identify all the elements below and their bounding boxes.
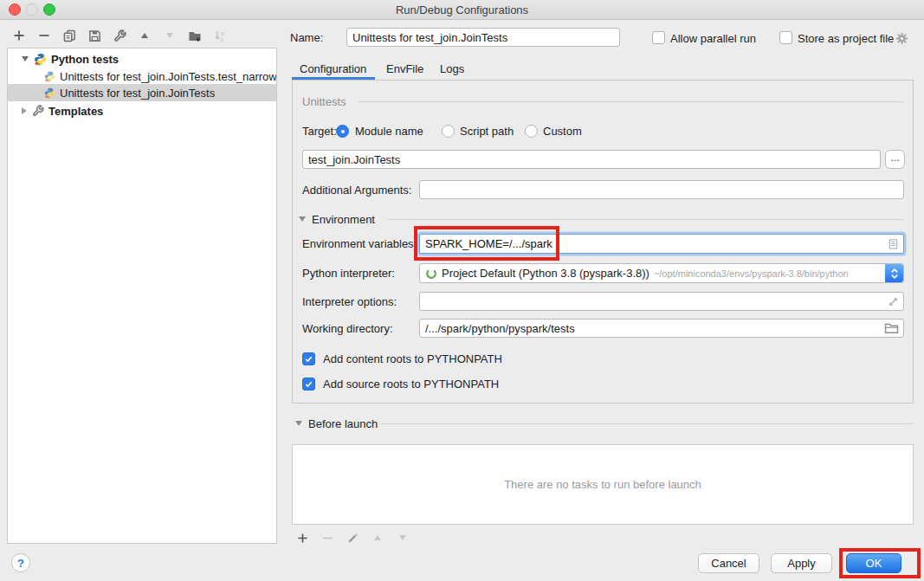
new-folder-icon[interactable] (188, 29, 202, 42)
interpreter-options-input[interactable] (419, 292, 904, 311)
move-task-up-icon (371, 531, 384, 545)
tree-item-python-tests[interactable]: Python tests (8, 50, 276, 68)
apply-button[interactable]: Apply (771, 553, 832, 573)
remove-task-icon (320, 531, 334, 545)
environment-section-label: Environment (312, 213, 375, 226)
store-as-project-file-label: Store as project file (798, 32, 894, 45)
cancel-button[interactable]: Cancel (698, 553, 759, 573)
working-directory-input[interactable] (419, 319, 904, 338)
add-configuration-icon[interactable] (12, 29, 26, 42)
tree-item-test-narrow[interactable]: Unittests for test_join.JoinTests.test_n… (8, 68, 276, 85)
move-up-icon[interactable] (138, 29, 152, 42)
minimize-window-button (26, 3, 38, 16)
python-tests-icon (34, 53, 47, 66)
tree-item-label: Python tests (51, 53, 119, 66)
help-button[interactable]: ? (11, 553, 30, 572)
collapse-icon[interactable] (22, 56, 29, 61)
remove-configuration-icon[interactable] (37, 29, 51, 42)
add-source-roots-checkbox[interactable] (302, 378, 315, 391)
tab-configuration[interactable]: Configuration (300, 62, 366, 75)
interpreter-options-label: Interpreter options: (302, 295, 397, 308)
tree-item-label: Templates (48, 105, 103, 118)
add-content-roots-checkbox[interactable] (302, 352, 315, 365)
browse-button[interactable]: ... (885, 150, 905, 169)
close-window-button[interactable] (9, 3, 21, 16)
target-label: Target: (302, 125, 337, 138)
before-launch-collapse-icon[interactable] (295, 421, 302, 426)
svg-text:z: z (221, 36, 223, 42)
edit-templates-icon[interactable] (113, 29, 126, 42)
environment-collapse-icon[interactable] (299, 216, 306, 222)
select-stepper-icon[interactable] (885, 264, 903, 282)
unittests-group-label: Unittests (302, 95, 346, 108)
tree-item-jointests-selected[interactable]: Unittests for test_join.JoinTests (8, 84, 276, 101)
templates-wrench-icon (32, 105, 44, 117)
expand-field-icon[interactable] (887, 295, 899, 307)
radio-script-path-label[interactable]: Script path (460, 125, 514, 138)
radio-custom[interactable] (525, 125, 538, 138)
gear-icon[interactable] (895, 31, 908, 45)
radio-module-name[interactable] (336, 125, 349, 138)
move-task-down-icon (396, 531, 410, 545)
radio-module-name-label[interactable]: Module name (355, 125, 423, 138)
name-input[interactable] (346, 28, 620, 47)
module-name-input[interactable] (302, 150, 881, 169)
ok-button[interactable]: OK (846, 553, 901, 573)
move-down-icon (163, 29, 177, 42)
before-launch-divider (381, 423, 913, 424)
save-configuration-icon[interactable] (87, 29, 101, 42)
allow-parallel-run-label: Allow parallel run (670, 32, 756, 45)
before-launch-toolbar (295, 530, 410, 545)
working-directory-label: Working directory: (302, 322, 393, 335)
tree-item-templates[interactable]: Templates (8, 102, 276, 119)
store-as-project-file-checkbox[interactable] (779, 31, 792, 44)
configurations-tree: Python tests Unittests for test_join.Joi… (7, 48, 277, 544)
configurations-toolbar: az (12, 27, 227, 44)
copy-configuration-icon[interactable] (62, 29, 76, 42)
interpreter-value: Project Default (Python 3.8 (pyspark-3.8… (442, 267, 649, 280)
zoom-window-button[interactable] (43, 3, 55, 16)
edit-task-icon (346, 531, 359, 545)
conda-interpreter-icon (425, 268, 437, 280)
name-label: Name: (290, 31, 323, 44)
environment-variables-input[interactable] (420, 237, 888, 250)
add-content-roots-label[interactable]: Add content roots to PYTHONPATH (323, 352, 502, 365)
env-list-icon[interactable] (888, 238, 899, 250)
expand-icon[interactable] (22, 107, 27, 114)
run-debug-configurations-dialog: Run/Debug Configurations az (0, 0, 924, 581)
allow-parallel-run-checkbox[interactable] (652, 31, 665, 44)
additional-arguments-label: Additional Arguments: (302, 184, 411, 197)
tree-item-label: Unittests for test_join.JoinTests.test_n… (60, 70, 277, 83)
title-bar: Run/Debug Configurations (0, 0, 924, 20)
python-test-icon (44, 71, 55, 82)
radio-script-path[interactable] (442, 125, 455, 138)
tab-logs[interactable]: Logs (440, 62, 464, 75)
folder-icon[interactable] (883, 322, 899, 334)
interpreter-path: ~/opt/miniconda3/envs/pyspark-3.8/bin/py… (654, 268, 849, 279)
radio-custom-label[interactable]: Custom (543, 125, 582, 138)
additional-arguments-input[interactable] (419, 180, 904, 199)
python-interpreter-label: Python interpreter: (302, 267, 395, 280)
environment-divider (387, 219, 903, 220)
python-interpreter-select[interactable]: Project Default (Python 3.8 (pyspark-3.8… (419, 263, 904, 283)
add-task-icon[interactable] (295, 531, 309, 545)
window-title: Run/Debug Configurations (396, 3, 528, 16)
before-launch-task-list: There are no tasks to run before launch (292, 444, 914, 525)
tree-item-label: Unittests for test_join.JoinTests (60, 87, 215, 100)
sort-configurations-icon: az (213, 29, 227, 42)
active-tab-underline (292, 77, 375, 80)
group-divider (359, 101, 903, 102)
tab-envfile[interactable]: EnvFile (386, 62, 423, 75)
python-test-icon (44, 87, 55, 99)
before-launch-section-label: Before launch (308, 417, 378, 430)
environment-variables-field[interactable] (419, 234, 904, 254)
no-tasks-message: There are no tasks to run before launch (504, 478, 701, 491)
environment-variables-label: Environment variables: (302, 237, 417, 250)
add-source-roots-label[interactable]: Add source roots to PYTHONPATH (323, 378, 499, 391)
